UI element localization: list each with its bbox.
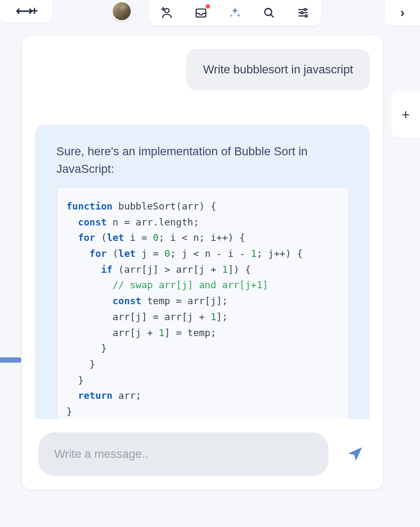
toolbar-actions <box>149 0 321 26</box>
right-rail: + <box>391 91 420 138</box>
collapse-panel-button[interactable]: › <box>385 0 420 26</box>
chat-scroll-area: Write bubblesort in javascript Sure, her… <box>22 36 383 419</box>
svg-point-0 <box>165 9 169 13</box>
expand-collapse-icon: ⟷+ <box>16 4 37 18</box>
user-message-bubble: Write bubblesort in javascript <box>186 49 370 90</box>
assistant-intro-text: Sure, here's an implementation of Bubble… <box>56 143 349 178</box>
composer <box>22 419 383 489</box>
search-icon[interactable] <box>262 5 276 20</box>
expand-button[interactable]: ⟷+ <box>0 0 52 22</box>
chat-card: Write bubblesort in javascript Sure, her… <box>22 36 383 489</box>
avatar-container <box>112 0 132 22</box>
message-row-user: Write bubblesort in javascript <box>35 49 370 90</box>
top-toolbar: ⟷+ <box>0 0 420 26</box>
left-edge-tab[interactable] <box>0 357 21 363</box>
code-block: function bubbleSort(arr) { const n = arr… <box>56 187 349 419</box>
svg-point-5 <box>305 15 307 17</box>
assistant-message-bubble: Sure, here's an implementation of Bubble… <box>35 124 370 419</box>
send-icon <box>346 445 364 463</box>
settings-sliders-icon[interactable] <box>296 5 310 20</box>
notification-badge <box>206 4 210 9</box>
add-person-icon[interactable] <box>159 5 174 20</box>
sparkle-icon[interactable] <box>228 5 242 20</box>
message-input[interactable] <box>38 432 329 476</box>
send-button[interactable] <box>343 442 367 466</box>
chevron-right-icon: › <box>400 5 405 20</box>
svg-point-4 <box>301 12 303 14</box>
avatar[interactable] <box>112 1 132 21</box>
inbox-icon[interactable] <box>194 5 208 20</box>
message-row-assistant: Sure, here's an implementation of Bubble… <box>35 124 370 419</box>
add-button[interactable]: + <box>401 106 409 123</box>
svg-point-3 <box>304 9 306 11</box>
